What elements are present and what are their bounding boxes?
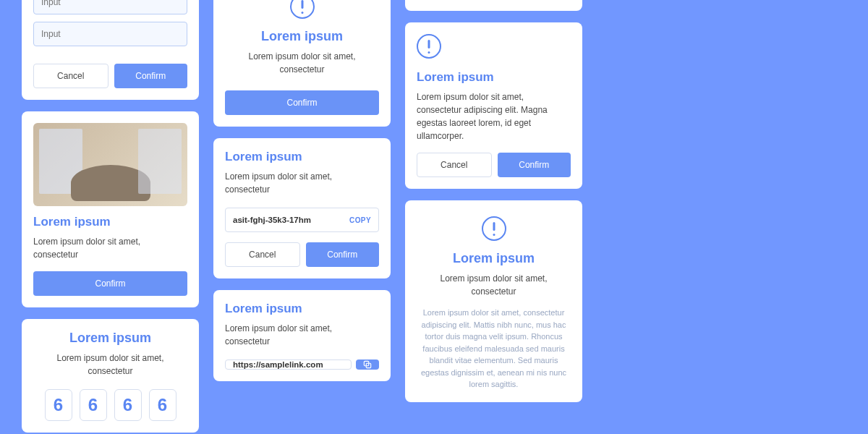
- modal-alert-long: Lorem ipsum Lorem ipsum dolor sit amet, …: [405, 200, 582, 402]
- modal-stub: [405, 0, 582, 11]
- card-body: Lorem ipsum dolor sit amet, consectetur: [225, 50, 379, 76]
- url-value: https://samplelink.com: [225, 359, 352, 370]
- modal-inputs: Cancel Confirm: [22, 0, 199, 100]
- card-body: Lorem ipsum dolor sit amet, consectetur: [225, 170, 379, 196]
- card-title: Lorem ipsum: [225, 150, 379, 164]
- card-title: Lorem ipsum: [225, 302, 379, 316]
- modal-image: Lorem ipsum Lorem ipsum dolor sit amet, …: [22, 111, 199, 307]
- card-body: Lorem ipsum dolor sit amet, consectetur: [225, 322, 379, 348]
- confirm-button[interactable]: Confirm: [33, 271, 187, 296]
- cancel-button[interactable]: Cancel: [417, 153, 492, 177]
- otp-digit-4[interactable]: 6: [149, 389, 176, 421]
- card-title: Lorem ipsum: [225, 29, 379, 44]
- card-title: Lorem ipsum: [33, 331, 187, 346]
- card-body: Lorem ipsum dolor sit amet, consectetur: [417, 272, 571, 298]
- modal-link: Lorem ipsum Lorem ipsum dolor sit amet, …: [213, 290, 391, 381]
- card-body-secondary: Lorem ipsum dolor sit amet, consectetur …: [417, 307, 571, 391]
- confirm-button[interactable]: Confirm: [306, 242, 380, 267]
- cancel-button[interactable]: Cancel: [33, 64, 109, 88]
- confirm-button[interactable]: Confirm: [114, 64, 188, 88]
- cancel-button[interactable]: Cancel: [225, 242, 300, 267]
- otp-digit-1[interactable]: 6: [45, 389, 72, 421]
- modal-alert-actions: Lorem ipsum Lorem ipsum dolor sit amet, …: [405, 22, 582, 189]
- card-body: Lorem ipsum dolor sit amet, consectetur …: [417, 90, 571, 142]
- otp-digit-3[interactable]: 6: [114, 389, 142, 421]
- card-title: Lorem ipsum: [417, 251, 571, 266]
- hero-image: [33, 123, 187, 206]
- copy-icon: [362, 359, 373, 370]
- modal-copy-code: Lorem ipsum Lorem ipsum dolor sit amet, …: [213, 138, 391, 278]
- alert-icon: [417, 34, 441, 59]
- card-title: Lorem ipsum: [33, 215, 187, 229]
- otp-digit-2[interactable]: 6: [80, 389, 107, 421]
- modal-alert-confirm: Lorem ipsum Lorem ipsum dolor sit amet, …: [213, 0, 391, 127]
- modal-otp: Lorem ipsum Lorem ipsum dolor sit amet, …: [22, 319, 199, 433]
- card-title: Lorem ipsum: [417, 70, 571, 85]
- card-body: Lorem ipsum dolor sit amet, consectetur: [33, 352, 187, 378]
- input-field-1[interactable]: [33, 0, 187, 14]
- card-body: Lorem ipsum dolor sit amet, consectetur: [33, 235, 187, 261]
- alert-icon: [482, 216, 506, 241]
- code-value: asit-fghj-35k3-17hm: [233, 216, 311, 224]
- confirm-button[interactable]: Confirm: [225, 90, 379, 115]
- copy-field: asit-fghj-35k3-17hm COPY: [225, 208, 379, 232]
- copy-link-button[interactable]: [356, 359, 379, 370]
- copy-button[interactable]: COPY: [349, 216, 371, 224]
- input-field-2[interactable]: [33, 22, 187, 46]
- confirm-button[interactable]: Confirm: [498, 153, 571, 177]
- alert-icon: [290, 0, 315, 19]
